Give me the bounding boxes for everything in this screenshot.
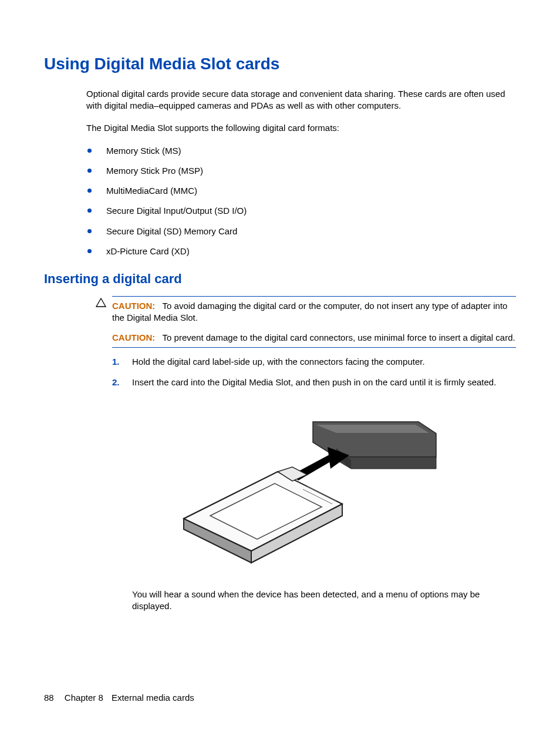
intro-paragraph-1: Optional digital cards provide secure da…	[86, 88, 516, 112]
caution-icon	[96, 298, 106, 310]
list-item: Memory Stick (MS)	[86, 145, 516, 157]
page-number: 88	[44, 693, 54, 703]
step-number: 1.	[112, 356, 120, 368]
caution-note-2: CAUTION: To prevent damage to the digita…	[112, 332, 516, 348]
list-item-text: Memory Stick (MS)	[106, 146, 181, 156]
intro-paragraph-2: The Digital Media Slot supports the foll…	[86, 122, 516, 134]
list-item-text: MultiMediaCard (MMC)	[106, 186, 197, 196]
step-text: Hold the digital card label-side up, wit…	[132, 357, 425, 367]
caution-text: To avoid damaging the digital card or th…	[112, 301, 507, 322]
list-item: xD-Picture Card (XD)	[86, 246, 516, 257]
page-footer: 88 Chapter 8 External media cards	[44, 692, 194, 704]
chapter-label: Chapter 8	[65, 693, 103, 703]
list-item: Secure Digital (SD) Memory Card	[86, 226, 516, 237]
step-number: 2.	[112, 377, 120, 388]
step-text: Insert the card into the Digital Media S…	[132, 377, 496, 387]
sd-card-icon	[184, 467, 342, 563]
chapter-title: External media cards	[112, 693, 194, 703]
caution-label: CAUTION:	[112, 332, 155, 342]
list-item: Secure Digital Input/Output (SD I/O)	[86, 205, 516, 217]
list-item: Memory Stick Pro (MSP)	[86, 165, 516, 177]
steps-list: 1. Hold the digital card label-side up, …	[112, 356, 516, 388]
page-title: Using Digital Media Slot cards	[44, 53, 516, 75]
caution-note-1: CAUTION: To avoid damaging the digital c…	[112, 300, 516, 324]
card-insertion-illustration	[86, 401, 516, 574]
caution-label: CAUTION:	[112, 301, 155, 311]
list-item-text: Memory Stick Pro (MSP)	[106, 166, 203, 176]
list-item-text: Secure Digital (SD) Memory Card	[106, 226, 237, 236]
step-item: 1. Hold the digital card label-side up, …	[112, 356, 516, 368]
list-item-text: xD-Picture Card (XD)	[106, 246, 190, 256]
format-list: Memory Stick (MS) Memory Stick Pro (MSP)…	[86, 145, 516, 258]
section-heading: Inserting a digital card	[44, 270, 516, 288]
step-item: 2. Insert the card into the Digital Medi…	[112, 377, 516, 388]
caution-text: To prevent damage to the digital card co…	[163, 332, 515, 342]
list-item: MultiMediaCard (MMC)	[86, 185, 516, 197]
post-illustration-text: You will hear a sound when the device ha…	[132, 589, 516, 613]
list-item-text: Secure Digital Input/Output (SD I/O)	[106, 206, 247, 216]
